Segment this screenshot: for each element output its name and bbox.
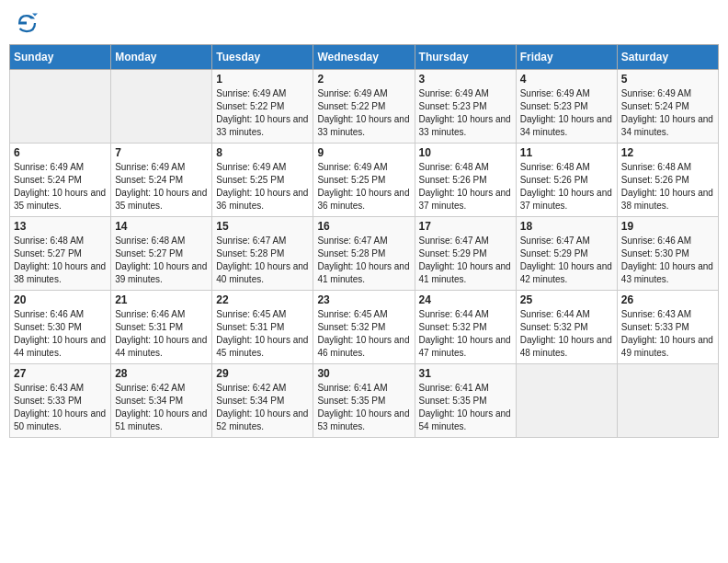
calendar-header-row: SundayMondayTuesdayWednesdayThursdayFrid…: [10, 45, 719, 70]
cell-content: Sunrise: 6:49 AMSunset: 5:23 PMDaylight:…: [419, 87, 512, 139]
day-number: 18: [520, 220, 613, 233]
calendar-cell: 8Sunrise: 6:49 AMSunset: 5:25 PMDaylight…: [212, 144, 313, 217]
cell-content: Sunrise: 6:43 AMSunset: 5:33 PMDaylight:…: [621, 308, 714, 360]
day-number: 4: [520, 73, 613, 86]
cell-content: Sunrise: 6:47 AMSunset: 5:28 PMDaylight:…: [216, 235, 309, 286]
calendar-cell: 16Sunrise: 6:47 AMSunset: 5:28 PMDayligh…: [313, 217, 415, 291]
calendar-cell: 13Sunrise: 6:48 AMSunset: 5:27 PMDayligh…: [10, 217, 111, 291]
calendar-cell: 18Sunrise: 6:47 AMSunset: 5:29 PMDayligh…: [516, 217, 617, 291]
day-number: 22: [216, 293, 309, 306]
day-number: 27: [14, 367, 107, 380]
calendar-cell: 24Sunrise: 6:44 AMSunset: 5:32 PMDayligh…: [415, 291, 516, 364]
day-number: 28: [115, 367, 208, 380]
cell-content: Sunrise: 6:49 AMSunset: 5:24 PMDaylight:…: [115, 161, 208, 213]
calendar-cell: 14Sunrise: 6:48 AMSunset: 5:27 PMDayligh…: [111, 217, 212, 291]
day-number: 20: [14, 293, 107, 306]
calendar-table: SundayMondayTuesdayWednesdayThursdayFrid…: [9, 44, 719, 438]
cell-content: Sunrise: 6:49 AMSunset: 5:25 PMDaylight:…: [317, 161, 410, 213]
calendar-cell: 11Sunrise: 6:48 AMSunset: 5:26 PMDayligh…: [516, 144, 617, 217]
day-number: 23: [317, 293, 410, 306]
day-number: 8: [216, 146, 309, 159]
calendar-cell: 19Sunrise: 6:46 AMSunset: 5:30 PMDayligh…: [617, 217, 718, 291]
cell-content: Sunrise: 6:46 AMSunset: 5:30 PMDaylight:…: [621, 235, 714, 286]
day-number: 13: [14, 220, 107, 233]
day-number: 14: [115, 220, 208, 233]
cell-content: Sunrise: 6:47 AMSunset: 5:29 PMDaylight:…: [419, 235, 512, 286]
cell-content: Sunrise: 6:49 AMSunset: 5:25 PMDaylight:…: [216, 161, 309, 213]
day-number: 5: [621, 73, 714, 86]
calendar-cell: [10, 70, 111, 144]
calendar-cell: 7Sunrise: 6:49 AMSunset: 5:24 PMDaylight…: [111, 144, 212, 217]
calendar-week-row: 20Sunrise: 6:46 AMSunset: 5:30 PMDayligh…: [10, 291, 719, 364]
cell-content: Sunrise: 6:42 AMSunset: 5:34 PMDaylight:…: [216, 382, 309, 433]
day-number: 2: [317, 73, 410, 86]
calendar-cell: 1Sunrise: 6:49 AMSunset: 5:22 PMDaylight…: [212, 70, 313, 144]
calendar-cell: 17Sunrise: 6:47 AMSunset: 5:29 PMDayligh…: [415, 217, 516, 291]
calendar-cell: 6Sunrise: 6:49 AMSunset: 5:24 PMDaylight…: [10, 144, 111, 217]
day-number: 17: [419, 220, 512, 233]
calendar-cell: 28Sunrise: 6:42 AMSunset: 5:34 PMDayligh…: [111, 364, 212, 438]
cell-content: Sunrise: 6:48 AMSunset: 5:26 PMDaylight:…: [520, 161, 613, 213]
day-number: 29: [216, 367, 309, 380]
calendar-cell: 15Sunrise: 6:47 AMSunset: 5:28 PMDayligh…: [212, 217, 313, 291]
calendar-cell: 4Sunrise: 6:49 AMSunset: 5:23 PMDaylight…: [516, 70, 617, 144]
calendar-cell: 3Sunrise: 6:49 AMSunset: 5:23 PMDaylight…: [415, 70, 516, 144]
calendar-week-row: 1Sunrise: 6:49 AMSunset: 5:22 PMDaylight…: [10, 70, 719, 144]
cell-content: Sunrise: 6:49 AMSunset: 5:24 PMDaylight:…: [621, 87, 714, 139]
day-number: 7: [115, 146, 208, 159]
calendar-cell: 30Sunrise: 6:41 AMSunset: 5:35 PMDayligh…: [313, 364, 415, 438]
calendar-week-row: 27Sunrise: 6:43 AMSunset: 5:33 PMDayligh…: [10, 364, 719, 438]
calendar-cell: 10Sunrise: 6:48 AMSunset: 5:26 PMDayligh…: [415, 144, 516, 217]
calendar-week-row: 13Sunrise: 6:48 AMSunset: 5:27 PMDayligh…: [10, 217, 719, 291]
day-number: 30: [317, 367, 410, 380]
calendar-cell: 20Sunrise: 6:46 AMSunset: 5:30 PMDayligh…: [10, 291, 111, 364]
calendar-cell: [111, 70, 212, 144]
calendar-cell: 31Sunrise: 6:41 AMSunset: 5:35 PMDayligh…: [415, 364, 516, 438]
day-header-monday: Monday: [111, 45, 212, 70]
day-header-thursday: Thursday: [415, 45, 516, 70]
cell-content: Sunrise: 6:49 AMSunset: 5:24 PMDaylight:…: [14, 161, 107, 213]
cell-content: Sunrise: 6:48 AMSunset: 5:27 PMDaylight:…: [115, 235, 208, 286]
day-number: 19: [621, 220, 714, 233]
cell-content: Sunrise: 6:45 AMSunset: 5:32 PMDaylight:…: [317, 308, 410, 360]
cell-content: Sunrise: 6:49 AMSunset: 5:22 PMDaylight:…: [317, 87, 410, 139]
cell-content: Sunrise: 6:44 AMSunset: 5:32 PMDaylight:…: [419, 308, 512, 360]
day-number: 1: [216, 73, 309, 86]
cell-content: Sunrise: 6:43 AMSunset: 5:33 PMDaylight:…: [14, 382, 107, 433]
day-number: 6: [14, 146, 107, 159]
cell-content: Sunrise: 6:47 AMSunset: 5:28 PMDaylight:…: [317, 235, 410, 286]
day-number: 10: [419, 146, 512, 159]
day-number: 9: [317, 146, 410, 159]
cell-content: Sunrise: 6:45 AMSunset: 5:31 PMDaylight:…: [216, 308, 309, 360]
day-number: 24: [419, 293, 512, 306]
cell-content: Sunrise: 6:41 AMSunset: 5:35 PMDaylight:…: [419, 382, 512, 433]
calendar-week-row: 6Sunrise: 6:49 AMSunset: 5:24 PMDaylight…: [10, 144, 719, 217]
cell-content: Sunrise: 6:48 AMSunset: 5:26 PMDaylight:…: [419, 161, 512, 213]
calendar-cell: 29Sunrise: 6:42 AMSunset: 5:34 PMDayligh…: [212, 364, 313, 438]
cell-content: Sunrise: 6:46 AMSunset: 5:31 PMDaylight:…: [115, 308, 208, 360]
day-number: 21: [115, 293, 208, 306]
calendar-cell: 26Sunrise: 6:43 AMSunset: 5:33 PMDayligh…: [617, 291, 718, 364]
day-number: 26: [621, 293, 714, 306]
calendar-cell: 2Sunrise: 6:49 AMSunset: 5:22 PMDaylight…: [313, 70, 415, 144]
calendar-cell: 5Sunrise: 6:49 AMSunset: 5:24 PMDaylight…: [617, 70, 718, 144]
calendar-cell: 9Sunrise: 6:49 AMSunset: 5:25 PMDaylight…: [313, 144, 415, 217]
calendar-cell: 22Sunrise: 6:45 AMSunset: 5:31 PMDayligh…: [212, 291, 313, 364]
cell-content: Sunrise: 6:49 AMSunset: 5:23 PMDaylight:…: [520, 87, 613, 139]
day-header-wednesday: Wednesday: [313, 45, 415, 70]
logo-icon: [13, 9, 40, 37]
day-number: 3: [419, 73, 512, 86]
calendar-cell: 23Sunrise: 6:45 AMSunset: 5:32 PMDayligh…: [313, 291, 415, 364]
day-number: 31: [419, 367, 512, 380]
day-number: 25: [520, 293, 613, 306]
cell-content: Sunrise: 6:49 AMSunset: 5:22 PMDaylight:…: [216, 87, 309, 139]
day-header-saturday: Saturday: [617, 45, 718, 70]
cell-content: Sunrise: 6:47 AMSunset: 5:29 PMDaylight:…: [520, 235, 613, 286]
cell-content: Sunrise: 6:48 AMSunset: 5:26 PMDaylight:…: [621, 161, 714, 213]
page-header: [9, 9, 719, 37]
day-header-tuesday: Tuesday: [212, 45, 313, 70]
cell-content: Sunrise: 6:41 AMSunset: 5:35 PMDaylight:…: [317, 382, 410, 433]
cell-content: Sunrise: 6:44 AMSunset: 5:32 PMDaylight:…: [520, 308, 613, 360]
calendar-cell: 27Sunrise: 6:43 AMSunset: 5:33 PMDayligh…: [10, 364, 111, 438]
calendar-cell: 25Sunrise: 6:44 AMSunset: 5:32 PMDayligh…: [516, 291, 617, 364]
